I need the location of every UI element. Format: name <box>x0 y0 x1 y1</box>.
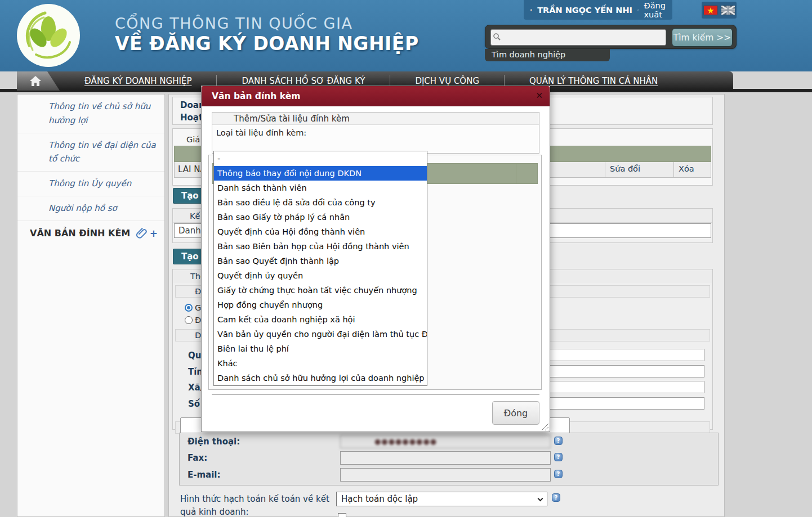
dropdown-option[interactable]: Khác <box>214 356 427 371</box>
dropdown-option[interactable]: Bản sao điều lệ đã sửa đổi của công ty <box>214 195 427 210</box>
portal-title-line2: VỀ ĐĂNG KÝ DOANH NGHIỆP <box>115 33 419 55</box>
street-label-fragment: Số <box>188 399 200 409</box>
search-scope-tab[interactable]: Tìm doanh nghiệp <box>485 49 610 61</box>
paperclip-plus-icon[interactable] <box>135 227 149 240</box>
dropdown-option[interactable]: - <box>214 151 427 166</box>
nav-item-dich-vu[interactable]: DỊCH VỤ CÔNG <box>390 76 504 86</box>
dropdown-option[interactable]: Quyết định ủy quyền <box>214 268 427 283</box>
home-tab[interactable] <box>17 71 60 91</box>
sidebar-item-nguoi-nop[interactable]: Người nộp hồ sơ <box>17 196 164 221</box>
add-edit-attachment-box: Thêm/Sửa tài liệu đính kèm Loại tài liệu… <box>212 112 539 154</box>
search-button[interactable]: Tìm kiếm >> <box>672 28 733 47</box>
home-icon <box>29 75 42 87</box>
type-label: Loại tài liệu đính kèm: <box>216 128 306 137</box>
price-label-fragment: Giá <box>186 135 200 144</box>
sidebar-item-van-ban-dinh-kem[interactable]: VĂN BẢN ĐÍNH KÈM + <box>17 221 164 246</box>
nav-item-quan-ly[interactable]: QUẢN LÝ THÔNG TIN CÁ NHÂN <box>505 76 682 86</box>
dropdown-option[interactable]: Quyết định của Hội đồng thành viên <box>214 224 427 239</box>
phone-label: Điện thoại: <box>188 437 240 447</box>
delete-column-cell: Xóa <box>679 164 694 173</box>
logout-link[interactable]: Đăng xuất <box>644 1 666 19</box>
phone-input[interactable]: ●●●●●●●●● <box>340 435 551 448</box>
header: CỔNG THÔNG TIN QUỐC GIA VỀ ĐĂNG KÝ DOANH… <box>0 0 812 71</box>
help-icon[interactable]: ? <box>554 437 563 445</box>
search-input[interactable] <box>490 29 666 46</box>
modal-footer-separator <box>212 394 539 395</box>
dropdown-option[interactable]: Cam kết của doanh nghiệp xã hội <box>214 312 427 327</box>
help-icon[interactable]: ? <box>554 470 563 478</box>
portal-logo <box>16 3 81 68</box>
column-divider <box>516 164 516 183</box>
dropdown-option[interactable]: Danh sách chủ sở hữu hưởng lợi của doanh… <box>214 371 427 385</box>
sidebar-item-label: VĂN BẢN ĐÍNH KÈM <box>30 228 130 239</box>
dropdown-option[interactable]: Danh sách thành viên <box>214 181 427 195</box>
dropdown-option[interactable]: Hợp đồng chuyển nhượng <box>214 298 427 312</box>
leaf-logo <box>16 3 81 68</box>
help-icon[interactable]: ? <box>552 493 560 502</box>
nav-item-danh-sach[interactable]: DANH SÁCH HỒ SƠ ĐĂNG KÝ <box>217 76 390 86</box>
dropdown-option[interactable]: Văn bản ủy quyền cho người đại diện làm … <box>214 327 427 341</box>
radio-unselected[interactable] <box>185 316 193 324</box>
vietnam-flag[interactable] <box>704 6 717 15</box>
user-box: TRẦN NGỌC YẾN NHI Đăng xuất <box>524 0 672 20</box>
chevron-down-icon <box>538 496 543 501</box>
checkbox-fragment[interactable] <box>338 513 346 517</box>
dropdown-option[interactable]: Bản sao Giấy tờ pháp lý cá nhân <box>214 210 427 224</box>
edit-column-cell: Sửa đổi <box>610 164 640 173</box>
language-switcher <box>702 2 737 19</box>
email-label: E-mail: <box>188 470 221 480</box>
sidebar: Thông tin về chủ sở hữu hưởng lợi Thông … <box>17 94 165 517</box>
power-icon[interactable] <box>637 6 639 15</box>
fax-label: Fax: <box>188 453 207 463</box>
nav-item-dang-ky[interactable]: ĐĂNG KÝ DOANH NGHIỆP <box>60 76 216 86</box>
dropdown-option[interactable]: Bản sao Quyết định thành lập <box>214 254 427 268</box>
accounting-method-value: Hạch toán độc lập <box>341 494 418 504</box>
dropdown-option-selected[interactable]: Thông báo thay đổi nội dung ĐKDN <box>214 166 427 181</box>
dropdown-option[interactable]: Biên lai thu lệ phí <box>214 341 427 356</box>
search-bar: Tìm kiếm >> <box>485 25 737 49</box>
add-attachment-plus: + <box>150 228 158 239</box>
cell-divider <box>673 162 674 178</box>
dropdown-option[interactable]: Bản sao Biên bản họp của Hội đồng thành … <box>214 239 427 254</box>
close-icon[interactable]: ✕ <box>536 91 543 101</box>
email-input[interactable] <box>340 468 551 482</box>
accounting-method-label: Hình thức hạch toán kế toán về kết quả k… <box>180 493 333 517</box>
help-icon[interactable]: ? <box>554 453 563 461</box>
section-title: Thêm/Sửa tài liệu đính kèm <box>212 113 539 125</box>
fax-input[interactable] <box>340 451 551 465</box>
accounting-method-select[interactable]: Hạch toán độc lập <box>336 492 547 506</box>
radio-selected[interactable] <box>185 304 193 312</box>
modal-header: Văn bản đính kèm ✕ <box>202 86 550 106</box>
modal-title: Văn bản đính kèm <box>212 86 300 106</box>
user-name[interactable]: TRẦN NGỌC YẾN NHI <box>537 6 632 15</box>
contact-box: Điện thoại: ●●●●●●●●● ? Fax: ? E-mail: ? <box>179 433 719 485</box>
document-type-dropdown: - Thông báo thay đổi nội dung ĐKDN Danh … <box>213 151 427 386</box>
avatar-icon <box>530 5 532 16</box>
cell-divider <box>605 162 605 178</box>
dropdown-option[interactable]: Giấy tờ chứng thực hoàn tất việc chuyển … <box>214 283 427 298</box>
sidebar-item-chu-so-huu[interactable]: Thông tin về chủ sở hữu hưởng lợi <box>17 95 164 133</box>
sidebar-item-uy-quyen[interactable]: Thông tin Ủy quyền <box>17 172 164 196</box>
close-button[interactable]: Đóng <box>492 401 539 425</box>
portal-title-line1: CỔNG THÔNG TIN QUỐC GIA <box>115 15 353 32</box>
uk-flag[interactable] <box>721 6 735 15</box>
modal-resize-grip[interactable] <box>541 422 548 430</box>
search-icon <box>493 33 501 41</box>
sidebar-item-dai-dien[interactable]: Thông tin về đại diện của tổ chức <box>17 133 164 172</box>
